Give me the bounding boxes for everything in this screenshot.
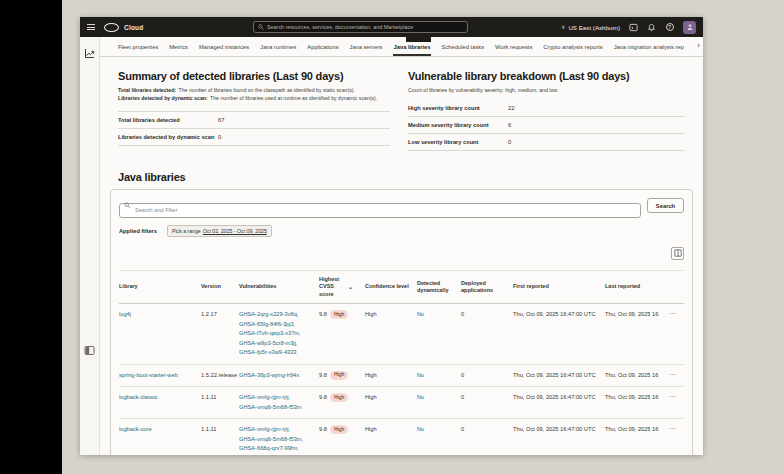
sort-chevron-icon[interactable]: ⌄ [348,283,353,291]
cell-confidence: High [365,365,417,387]
tab-scheduled-tasks[interactable]: Scheduled tasks [442,37,485,56]
tab-java-servers[interactable]: Java servers [350,37,383,56]
vulnerability-link[interactable]: GHSA-36p3-wjmg-h94x [239,372,299,378]
detected-dynamically-link[interactable]: No [417,372,424,378]
library-link[interactable]: logback-core [119,426,152,432]
date-range-filter-chip[interactable]: Pick a range Oct 02, 2025 - Oct 09, 2025 [167,225,272,237]
col-confidence[interactable]: Confidence level [365,278,417,295]
person-icon [686,23,694,31]
tab-work-requests[interactable]: Work requests [495,37,532,56]
col-deployed[interactable]: Deployed applications [461,275,513,300]
col-cvss[interactable]: Highest CVSS score ⌄ [319,271,365,303]
library-link[interactable]: logback-classic [119,394,158,400]
vulnerability-link[interactable]: GHSA-vmfg-rjjm-rjrj, [239,426,290,432]
left-rail [80,37,100,455]
cell-detected-dynamically: No [417,304,461,326]
vulnerability-link[interactable]: GHSA-65fg-84f6-3jq3, [239,321,295,327]
tab-java-runtimes[interactable]: Java runtimes [260,37,296,56]
col-vulnerabilities[interactable]: Vulnerabilities [239,278,319,295]
breakdown-description: Count of libraries by vulnerability seve… [408,86,685,94]
applied-filters-label: Applied filters [119,228,157,234]
severity-badge: High [330,425,348,434]
breakdown-title: Vulnerable library breakdown (Last 90 da… [408,70,685,82]
vulnerability-link[interactable]: GHSA-vmq6-5m68-f53m [239,404,302,410]
cell-confidence: High [365,419,417,441]
col-detected[interactable]: Detected dynamically [417,275,461,300]
vulnerability-link[interactable]: GHSA-w9p3-5cr8-m3jj, [239,340,297,346]
vulnerability-line: GHSA-vmq6-5m68-f53m [239,403,313,413]
fleet-metrics-icon[interactable] [84,45,95,56]
tab-bar-items: Fleet propertiesMetricsManaged instances… [118,37,684,56]
vulnerability-line: GHSA-w9p3-5cr8-m3jj, [239,339,313,349]
summary-row-dynamic: Libraries detected by dynamic scan 0 [118,129,390,146]
topbar: Cloud ∨ US East (Ashburn) ? [80,17,703,37]
col-first-reported[interactable]: First reported [513,278,605,295]
search-icon [124,202,131,209]
announcements-icon[interactable] [647,23,656,32]
cell-detected-dynamically: No [417,387,461,409]
cell-version: 1.5.22.release [201,365,239,387]
cell-deployed-applications: 0 [461,304,513,326]
cell-actions: ⋯ [669,365,684,387]
tab-managed-instances[interactable]: Managed instances [199,37,249,56]
cell-confidence: High [365,387,417,409]
filter-search-input[interactable] [119,203,641,218]
date-range-link[interactable]: Oct 02, 2025 - Oct 09, 2025 [203,228,267,234]
topbar-search[interactable] [253,21,468,33]
cell-actions: ⋯ [669,419,684,441]
severity-badge: High [330,310,348,319]
panel-toggle-icon[interactable] [84,342,95,353]
tab-applications[interactable]: Applications [307,37,338,56]
table-body: log4j1.2.17GHSA-2qrg-x229-3v8q,GHSA-65fg… [119,304,684,455]
col-library[interactable]: Library [119,278,201,295]
tab-crypto-analysis-reports[interactable]: Crypto analysis reports [543,37,602,56]
hamburger-menu-icon[interactable] [87,24,95,30]
vulnerability-line: GHSA-6v67-2wr5-gvf4, [239,454,313,455]
vulnerability-link[interactable]: GHSA-vmfg-rjjm-rjrj, [239,394,290,400]
search-dropdown-remnant [406,37,431,42]
row-actions-icon[interactable]: ⋯ [669,371,677,378]
libraries-title: Java libraries [118,171,685,183]
tab-fleet-properties[interactable]: Fleet properties [118,37,158,56]
vulnerability-link[interactable]: GHSA-vmq6-5m68-f53m, [239,436,303,442]
search-icon [258,24,264,30]
cell-cvss-score: 9.8High [319,387,365,409]
tab-scroll-right-icon[interactable]: › [697,42,700,50]
vulnerability-link[interactable]: GHSA-2qrg-x229-3v8q, [239,311,298,317]
row-actions-icon[interactable]: ⋯ [669,310,677,317]
vulnerability-link[interactable]: GHSA-fp5r-v3w9-4333 [239,349,297,355]
row-actions-icon[interactable]: ⋯ [669,393,677,400]
detected-dynamically-link[interactable]: No [417,311,424,317]
manage-columns-icon[interactable] [671,247,684,260]
cell-version: 1.1.11 [201,387,239,409]
vulnerability-link[interactable]: GHSA-f7vh-qwp3-x37m, [239,330,301,336]
summary-section: Summary of detected libraries (Last 90 d… [118,70,390,151]
detected-dynamically-link[interactable]: No [417,394,424,400]
library-link[interactable]: spring-boot-starter-web [119,372,178,378]
cell-detected-dynamically: No [417,419,461,441]
col-last-reported[interactable]: Last reported [605,278,669,295]
cell-deployed-applications: 0 [461,387,513,409]
tab-metrics[interactable]: Metrics [169,37,188,56]
library-link[interactable]: log4j [119,311,131,317]
tab-java-migration-analysis-rep[interactable]: Java migration analysis rep [614,37,684,56]
vulnerability-line: GHSA-fp5r-v3w9-4333 [239,348,313,358]
help-icon[interactable]: ? [665,23,674,32]
search-button[interactable]: Search [647,198,684,213]
vulnerability-link[interactable]: GHSA-668q-qrv7-99fm, [239,445,299,451]
cell-last-reported: Thu, Oct 09, 2025 16 [605,304,669,326]
summary-description: Total libraries detected: The number of … [118,86,390,103]
cell-cvss-score: 9.8High [319,419,365,441]
row-actions-icon[interactable]: ⋯ [669,425,677,432]
cell-actions: ⋯ [669,304,684,326]
detected-dynamically-link[interactable]: No [417,426,424,432]
cvss-value: 9.8 [319,310,327,320]
breakdown-row-medium: Medium severity library count 6 [408,117,685,134]
col-version[interactable]: Version [201,278,239,295]
table-row: logback-core1.1.11GHSA-vmfg-rjjm-rjrj,GH… [119,419,684,455]
region-selector[interactable]: ∨ US East (Ashburn) [561,24,620,31]
topbar-search-input[interactable] [267,24,463,30]
vulnerability-line: GHSA-vmfg-rjjm-rjrj, [239,393,313,403]
developer-tools-icon[interactable] [629,23,638,32]
user-avatar[interactable] [683,21,696,34]
